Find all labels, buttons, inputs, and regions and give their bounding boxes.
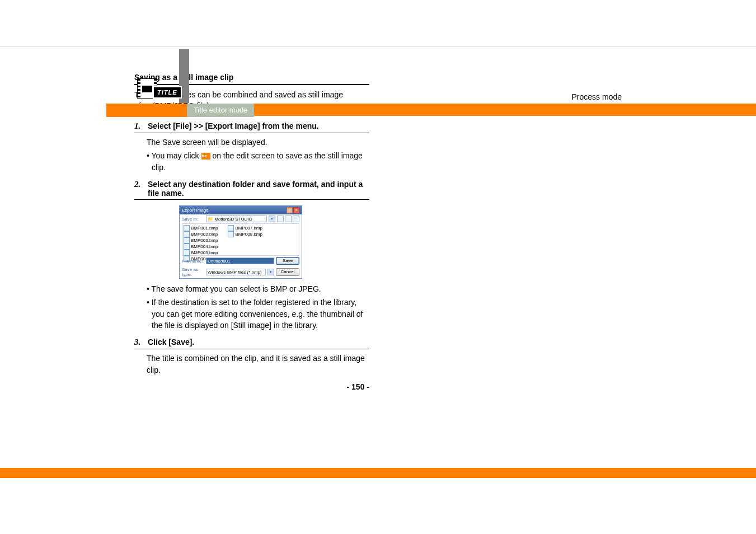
list-item[interactable]: BMP008.bmp [228,231,262,237]
list-item[interactable]: BMP005.bmp [184,250,218,256]
dialog-window-buttons: ? × [287,207,299,213]
step-1-title: Select [File] >> [Export Image] from the… [148,121,319,130]
header-orange-bar-left [106,104,187,117]
export-image-dialog: Export Image ? × Save in: 📁 MotionSD STU… [179,205,302,279]
step-3: 3. Click [Save]. The title is combined o… [134,338,369,376]
title-badge: TITLE [153,86,182,99]
step-1-head: 1. Select [File] >> [Export Image] from … [134,121,369,133]
step-1-number: 1. [134,121,144,131]
list-item[interactable]: BMP002.bmp [184,231,218,237]
step-2-title: Select any destination folder and save f… [148,180,369,198]
step-1-line1: The Save screen will be displayed. [147,137,369,148]
step-1-bullet: • You may click abc on the edit screen t… [147,150,369,173]
step-2-body: • The save format you can select is BMP … [147,283,369,331]
step-1-bullet-pre: • You may click [147,151,201,160]
save-in-value: MotionSD STUDIO [214,217,252,222]
step-2: 2. Select any destination folder and sav… [134,180,369,331]
save-type-select[interactable]: Windows BMP files (*.bmp) [206,269,266,275]
new-folder-icon[interactable] [285,216,292,222]
save-button[interactable]: Save [276,257,299,265]
step-2-bullet1: • The save format you can select is BMP … [147,283,369,294]
step-3-body: The title is combined on the clip, and i… [147,353,369,376]
file-list[interactable]: BMP001.bmp BMP002.bmp BMP003.bmp BMP004.… [182,223,299,256]
save-in-label: Save in: [182,217,204,222]
cancel-button[interactable]: Cancel [276,268,299,276]
file-name-label: File name: [182,259,204,264]
step-2-bullet2: • If the destination is set to the folde… [147,297,369,331]
up-folder-icon[interactable] [277,216,284,222]
list-item[interactable]: BMP001.bmp [184,225,218,231]
view-menu-icon[interactable] [293,216,299,222]
step-3-number: 3. [134,338,144,347]
file-list-col1: BMP001.bmp BMP002.bmp BMP003.bmp BMP004.… [184,225,218,254]
title-icon: TITLE [137,62,182,104]
save-in-field[interactable]: 📁 MotionSD STUDIO [206,216,267,222]
help-icon[interactable]: ? [287,207,293,213]
step-2-number: 2. [134,180,144,189]
save-type-label: Save as type: [182,267,204,277]
film-center [142,86,152,92]
page-number: - 150 - [134,382,369,391]
chevron-down-icon[interactable]: ▾ [269,216,275,222]
chevron-down-icon[interactable]: ▾ [267,269,274,275]
step-1-body: The Save screen will be displayed. • You… [147,137,369,173]
list-item[interactable]: BMP007.bmp [228,225,262,231]
save-type-row: Save as type: Windows BMP files (*.bmp) … [180,266,302,278]
dialog-title-text: Export Image [182,208,209,213]
export-inline-icon: abc [201,153,210,160]
title-editor-mode-tab: Title editor mode [187,104,254,117]
footer-orange-bar [0,468,756,478]
content-column: Saving as a still image clip Titles and … [134,73,369,391]
close-icon[interactable]: × [293,207,299,213]
file-name-input[interactable]: Untitled001 [206,257,274,264]
step-1: 1. Select [File] >> [Export Image] from … [134,121,369,173]
list-item[interactable]: BMP003.bmp [184,237,218,243]
file-list-col2: BMP007.bmp BMP008.bmp [228,225,262,254]
list-item[interactable]: BMP004.bmp [184,243,218,250]
dialog-toolbar [277,216,299,222]
step-3-head: 3. Click [Save]. [134,338,369,349]
step-3-title: Click [Save]. [148,338,194,346]
step-2-head: 2. Select any destination folder and sav… [134,180,369,200]
save-in-row: Save in: 📁 MotionSD STUDIO ▾ [180,214,302,223]
top-divider [0,46,756,46]
dialog-titlebar: Export Image ? × [180,206,302,214]
process-mode-label: Process mode [572,92,622,101]
document-page: Process mode Title editor mode TITLE Sav… [0,0,756,534]
